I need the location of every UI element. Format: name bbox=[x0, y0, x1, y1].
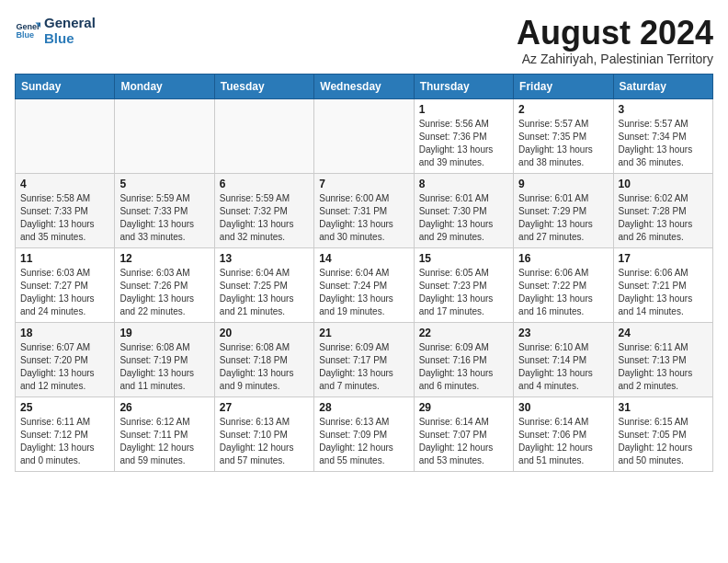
day-number: 1 bbox=[419, 103, 508, 116]
logo-text-line2: Blue bbox=[44, 30, 96, 46]
day-info: Sunrise: 6:04 AM Sunset: 7:25 PM Dayligh… bbox=[220, 267, 309, 318]
day-info: Sunrise: 6:14 AM Sunset: 7:06 PM Dayligh… bbox=[518, 416, 608, 467]
day-number: 3 bbox=[619, 103, 708, 116]
day-number: 10 bbox=[619, 178, 708, 190]
calendar-cell: 19Sunrise: 6:08 AM Sunset: 7:19 PM Dayli… bbox=[115, 322, 214, 396]
location-subtitle: Az Zahiriyah, Palestinian Territory bbox=[517, 52, 713, 66]
day-info: Sunrise: 6:01 AM Sunset: 7:29 PM Dayligh… bbox=[518, 192, 608, 244]
day-number: 25 bbox=[20, 401, 109, 414]
day-info: Sunrise: 6:09 AM Sunset: 7:17 PM Dayligh… bbox=[319, 341, 408, 393]
day-info: Sunrise: 5:59 AM Sunset: 7:33 PM Dayligh… bbox=[119, 192, 209, 244]
day-number: 23 bbox=[518, 327, 608, 339]
calendar-cell: 10Sunrise: 6:02 AM Sunset: 7:28 PM Dayli… bbox=[613, 173, 712, 247]
day-info: Sunrise: 6:06 AM Sunset: 7:22 PM Dayligh… bbox=[518, 267, 608, 318]
calendar-cell: 7Sunrise: 6:00 AM Sunset: 7:31 PM Daylig… bbox=[314, 173, 414, 247]
day-info: Sunrise: 6:04 AM Sunset: 7:24 PM Dayligh… bbox=[319, 267, 408, 318]
calendar-cell: 31Sunrise: 6:15 AM Sunset: 7:05 PM Dayli… bbox=[613, 396, 712, 471]
day-number: 24 bbox=[619, 327, 708, 339]
day-number: 13 bbox=[220, 252, 309, 265]
day-number: 22 bbox=[419, 327, 508, 339]
calendar-cell: 23Sunrise: 6:10 AM Sunset: 7:14 PM Dayli… bbox=[514, 322, 613, 396]
day-info: Sunrise: 6:14 AM Sunset: 7:07 PM Dayligh… bbox=[419, 416, 508, 467]
day-info: Sunrise: 5:58 AM Sunset: 7:33 PM Dayligh… bbox=[20, 192, 109, 244]
day-number: 17 bbox=[619, 252, 708, 265]
header-cell-monday: Monday bbox=[115, 74, 214, 98]
day-info: Sunrise: 6:05 AM Sunset: 7:23 PM Dayligh… bbox=[419, 267, 508, 318]
day-info: Sunrise: 6:03 AM Sunset: 7:26 PM Dayligh… bbox=[119, 267, 209, 318]
week-row-4: 18Sunrise: 6:07 AM Sunset: 7:20 PM Dayli… bbox=[16, 322, 713, 396]
day-number: 4 bbox=[20, 178, 109, 190]
day-info: Sunrise: 6:11 AM Sunset: 7:12 PM Dayligh… bbox=[20, 416, 109, 467]
day-number: 18 bbox=[20, 327, 109, 339]
calendar-cell: 15Sunrise: 6:05 AM Sunset: 7:23 PM Dayli… bbox=[414, 247, 513, 322]
day-number: 11 bbox=[20, 252, 109, 265]
day-number: 28 bbox=[319, 401, 408, 414]
calendar-cell: 5Sunrise: 5:59 AM Sunset: 7:33 PM Daylig… bbox=[115, 173, 214, 247]
day-number: 31 bbox=[619, 401, 708, 414]
day-info: Sunrise: 6:15 AM Sunset: 7:05 PM Dayligh… bbox=[619, 416, 708, 467]
calendar-cell: 3Sunrise: 5:57 AM Sunset: 7:34 PM Daylig… bbox=[613, 98, 712, 173]
day-number: 14 bbox=[319, 252, 408, 265]
calendar-cell: 26Sunrise: 6:12 AM Sunset: 7:11 PM Dayli… bbox=[115, 396, 214, 471]
week-row-2: 4Sunrise: 5:58 AM Sunset: 7:33 PM Daylig… bbox=[16, 173, 713, 247]
calendar-cell: 20Sunrise: 6:08 AM Sunset: 7:18 PM Dayli… bbox=[214, 322, 313, 396]
day-number: 21 bbox=[319, 327, 408, 339]
header-cell-thursday: Thursday bbox=[414, 74, 513, 98]
day-info: Sunrise: 6:07 AM Sunset: 7:20 PM Dayligh… bbox=[20, 341, 109, 393]
header-cell-sunday: Sunday bbox=[16, 74, 115, 98]
day-info: Sunrise: 6:08 AM Sunset: 7:18 PM Dayligh… bbox=[220, 341, 309, 393]
calendar-cell: 9Sunrise: 6:01 AM Sunset: 7:29 PM Daylig… bbox=[514, 173, 613, 247]
month-title: August 2024 bbox=[517, 15, 713, 52]
day-info: Sunrise: 6:00 AM Sunset: 7:31 PM Dayligh… bbox=[319, 192, 408, 244]
day-number: 16 bbox=[518, 252, 608, 265]
day-number: 6 bbox=[220, 178, 309, 190]
calendar-cell: 18Sunrise: 6:07 AM Sunset: 7:20 PM Dayli… bbox=[16, 322, 115, 396]
day-number: 15 bbox=[419, 252, 508, 265]
day-number: 9 bbox=[518, 178, 608, 190]
day-info: Sunrise: 5:57 AM Sunset: 7:35 PM Dayligh… bbox=[518, 118, 608, 169]
day-info: Sunrise: 6:10 AM Sunset: 7:14 PM Dayligh… bbox=[518, 341, 608, 393]
day-number: 20 bbox=[220, 327, 309, 339]
week-row-1: 1Sunrise: 5:56 AM Sunset: 7:36 PM Daylig… bbox=[16, 98, 713, 173]
day-info: Sunrise: 6:06 AM Sunset: 7:21 PM Dayligh… bbox=[619, 267, 708, 318]
calendar-cell: 8Sunrise: 6:01 AM Sunset: 7:30 PM Daylig… bbox=[414, 173, 513, 247]
calendar-cell: 21Sunrise: 6:09 AM Sunset: 7:17 PM Dayli… bbox=[314, 322, 414, 396]
calendar-header: SundayMondayTuesdayWednesdayThursdayFrid… bbox=[16, 74, 713, 98]
day-info: Sunrise: 6:08 AM Sunset: 7:19 PM Dayligh… bbox=[119, 341, 209, 393]
calendar-cell: 22Sunrise: 6:09 AM Sunset: 7:16 PM Dayli… bbox=[414, 322, 513, 396]
day-number: 27 bbox=[220, 401, 309, 414]
day-number: 29 bbox=[419, 401, 508, 414]
calendar-cell: 2Sunrise: 5:57 AM Sunset: 7:35 PM Daylig… bbox=[514, 98, 613, 173]
day-number: 19 bbox=[119, 327, 209, 339]
calendar-cell: 4Sunrise: 5:58 AM Sunset: 7:33 PM Daylig… bbox=[16, 173, 115, 247]
logo-icon: General Blue bbox=[15, 17, 40, 43]
day-number: 8 bbox=[419, 178, 508, 190]
logo: General Blue General Blue bbox=[15, 15, 96, 46]
logo-text-line1: General bbox=[44, 15, 96, 30]
day-number: 12 bbox=[119, 252, 209, 265]
day-info: Sunrise: 6:09 AM Sunset: 7:16 PM Dayligh… bbox=[419, 341, 508, 393]
week-row-5: 25Sunrise: 6:11 AM Sunset: 7:12 PM Dayli… bbox=[16, 396, 713, 471]
day-info: Sunrise: 6:01 AM Sunset: 7:30 PM Dayligh… bbox=[419, 192, 508, 244]
day-info: Sunrise: 6:13 AM Sunset: 7:10 PM Dayligh… bbox=[220, 416, 309, 467]
day-info: Sunrise: 5:59 AM Sunset: 7:32 PM Dayligh… bbox=[220, 192, 309, 244]
calendar-cell: 16Sunrise: 6:06 AM Sunset: 7:22 PM Dayli… bbox=[514, 247, 613, 322]
day-number: 26 bbox=[119, 401, 209, 414]
header-cell-wednesday: Wednesday bbox=[314, 74, 414, 98]
day-info: Sunrise: 5:57 AM Sunset: 7:34 PM Dayligh… bbox=[619, 118, 708, 169]
calendar-body: 1Sunrise: 5:56 AM Sunset: 7:36 PM Daylig… bbox=[16, 98, 713, 471]
calendar-cell: 28Sunrise: 6:13 AM Sunset: 7:09 PM Dayli… bbox=[314, 396, 414, 471]
calendar-cell: 14Sunrise: 6:04 AM Sunset: 7:24 PM Dayli… bbox=[314, 247, 414, 322]
day-info: Sunrise: 6:13 AM Sunset: 7:09 PM Dayligh… bbox=[319, 416, 408, 467]
page-header: General Blue General Blue August 2024 Az… bbox=[15, 15, 713, 66]
calendar-cell bbox=[214, 98, 313, 173]
day-number: 30 bbox=[518, 401, 608, 414]
header-cell-friday: Friday bbox=[514, 74, 613, 98]
calendar-cell: 12Sunrise: 6:03 AM Sunset: 7:26 PM Dayli… bbox=[115, 247, 214, 322]
calendar-table: SundayMondayTuesdayWednesdayThursdayFrid… bbox=[15, 74, 713, 472]
day-number: 5 bbox=[119, 178, 209, 190]
calendar-cell: 13Sunrise: 6:04 AM Sunset: 7:25 PM Dayli… bbox=[214, 247, 313, 322]
day-info: Sunrise: 6:03 AM Sunset: 7:27 PM Dayligh… bbox=[20, 267, 109, 318]
calendar-cell: 1Sunrise: 5:56 AM Sunset: 7:36 PM Daylig… bbox=[414, 98, 513, 173]
calendar-cell: 27Sunrise: 6:13 AM Sunset: 7:10 PM Dayli… bbox=[214, 396, 313, 471]
